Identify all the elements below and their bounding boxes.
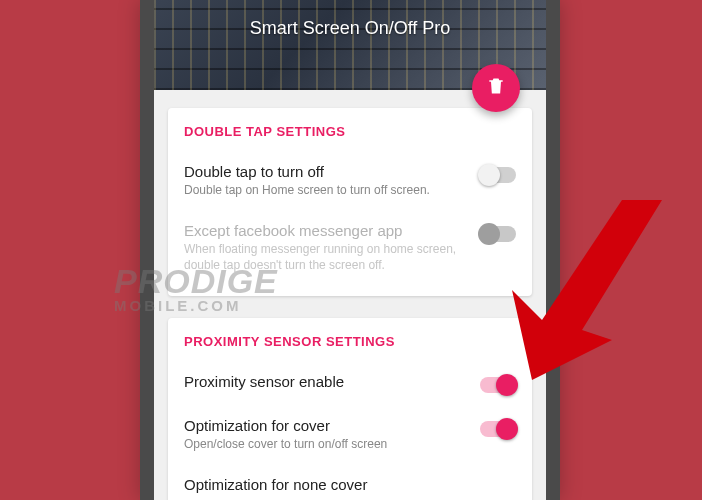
- row-title: Double tap to turn off: [184, 163, 470, 180]
- app-header: Smart Screen On/Off Pro: [154, 0, 546, 90]
- row-double-tap-off[interactable]: Double tap to turn off Double tap on Hom…: [184, 153, 516, 212]
- content-scroll[interactable]: DOUBLE TAP SETTINGS Double tap to turn o…: [154, 90, 546, 500]
- row-except-messenger: Except facebook messenger app When float…: [184, 212, 516, 287]
- row-title: Except facebook messenger app: [184, 222, 470, 239]
- toggle-proximity-enable[interactable]: [480, 377, 516, 393]
- row-title: Proximity sensor enable: [184, 373, 470, 390]
- trash-icon: [486, 76, 506, 100]
- row-sub: Double tap on Home screen to turn off sc…: [184, 182, 470, 198]
- card-double-tap: DOUBLE TAP SETTINGS Double tap to turn o…: [168, 108, 532, 296]
- app-title: Smart Screen On/Off Pro: [154, 18, 546, 39]
- toggle-except-messenger: [480, 226, 516, 242]
- row-title: Optimization for cover: [184, 417, 470, 434]
- section-title-proximity: PROXIMITY SENSOR SETTINGS: [184, 334, 516, 349]
- section-title-doubletap: DOUBLE TAP SETTINGS: [184, 124, 516, 139]
- toggle-opt-cover[interactable]: [480, 421, 516, 437]
- row-proximity-enable[interactable]: Proximity sensor enable: [184, 363, 516, 407]
- row-opt-none-cover[interactable]: Optimization for none cover: [184, 466, 516, 500]
- phone-frame: Smart Screen On/Off Pro DOUBLE TAP SETTI…: [140, 0, 560, 500]
- row-opt-cover[interactable]: Optimization for cover Open/close cover …: [184, 407, 516, 466]
- row-sub: Open/close cover to turn on/off screen: [184, 436, 470, 452]
- row-sub: When floating messenger running on home …: [184, 241, 470, 273]
- card-proximity: PROXIMITY SENSOR SETTINGS Proximity sens…: [168, 318, 532, 500]
- row-title: Optimization for none cover: [184, 476, 516, 493]
- toggle-double-tap-off[interactable]: [480, 167, 516, 183]
- delete-fab[interactable]: [472, 64, 520, 112]
